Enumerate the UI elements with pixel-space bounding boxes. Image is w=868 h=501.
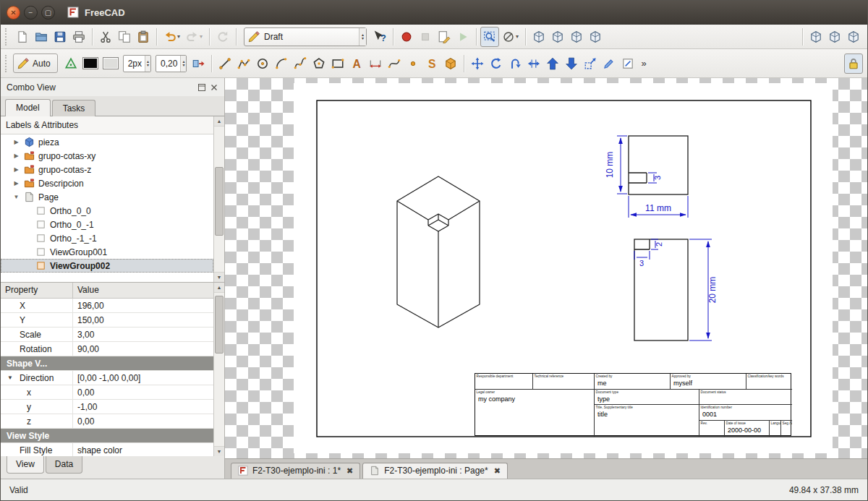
tree-item-pieza[interactable]: ▶pieza <box>1 135 213 149</box>
draft-upgrade-button[interactable] <box>543 53 562 74</box>
title-bar[interactable]: ✕ − ▢ FreeCAD <box>1 1 867 25</box>
draft-offset-button[interactable] <box>506 53 524 74</box>
view-top-button[interactable] <box>567 27 586 47</box>
line-color-swatch[interactable] <box>82 57 98 69</box>
tree-item-grupo-cotas-z[interactable]: ▶grupo-cotas-z <box>1 163 213 176</box>
font-size-spinner-value[interactable]: 0,20 <box>156 59 180 69</box>
document-tab-1[interactable]: F2-T30-ejemplo-ini : 1*✖ <box>231 463 360 479</box>
tree-item-ViewGroup002[interactable]: ViewGroup002 <box>1 259 213 273</box>
view-bottom-button[interactable] <box>825 27 844 47</box>
tab-view[interactable]: View <box>7 456 44 474</box>
draft-downgrade-button[interactable] <box>562 53 581 74</box>
font-size-spinner[interactable]: 0,20▴▾ <box>156 55 187 72</box>
draft-shape2dview-button[interactable] <box>618 53 637 74</box>
scroll-down-icon[interactable]: ▼ <box>214 272 224 282</box>
tree-item-Ortho_0_0[interactable]: Ortho_0_0 <box>1 204 213 218</box>
close-button[interactable]: ✕ <box>7 6 20 20</box>
property-value[interactable]: 3,00 <box>73 327 213 341</box>
expander-icon[interactable]: ▼ <box>12 194 20 200</box>
draft-shapestring-button[interactable]: S <box>422 53 441 74</box>
scroll-down-icon[interactable]: ▼ <box>214 446 224 456</box>
document-tab-2[interactable]: F2-T30-ejemplo-ini : Page*✖ <box>362 463 508 479</box>
save-document-button[interactable] <box>51 27 69 47</box>
minimize-button[interactable]: − <box>24 6 38 20</box>
tree-item-grupo-cotas-xy[interactable]: ▶grupo-cotas-xy <box>1 149 213 163</box>
property-value[interactable]: shape color <box>73 443 213 456</box>
toolbar-overflow[interactable]: » <box>637 58 650 69</box>
toggle-continue-mode-button[interactable] <box>844 53 863 74</box>
tab-data[interactable]: Data <box>46 456 82 474</box>
expander-icon[interactable]: ▶ <box>12 153 20 159</box>
draft-rotate-button[interactable] <box>487 53 506 74</box>
undo-button[interactable]: ▾ <box>161 27 183 47</box>
whats-this-button[interactable]: ? <box>370 27 389 47</box>
tree-item-Page[interactable]: ▼Page <box>1 190 213 204</box>
line-width-spinner[interactable]: 2px▴▾ <box>123 55 151 72</box>
tree-item-ViewGroup001[interactable]: ViewGroup001 <box>1 245 213 259</box>
draft-facebinder-button[interactable] <box>441 53 460 74</box>
draft-move-button[interactable] <box>468 53 487 74</box>
draft-dimension-button[interactable] <box>366 53 385 74</box>
tree-item-Ortho_-1_-1[interactable]: Ortho_-1_-1 <box>1 231 213 245</box>
tab-tasks[interactable]: Tasks <box>52 100 96 116</box>
copy-button[interactable] <box>115 27 134 47</box>
property-value[interactable]: -1,00 <box>73 400 213 414</box>
zoom-box-selection-button[interactable] <box>480 27 499 47</box>
toolbar-handle[interactable] <box>5 28 9 46</box>
print-button[interactable] <box>69 27 88 47</box>
cut-button[interactable] <box>96 27 115 47</box>
expander-icon[interactable]: ▼ <box>7 374 13 381</box>
construction-mode-button[interactable] <box>61 53 80 74</box>
property-value[interactable]: 196,00 <box>73 299 213 312</box>
tree-item-Descripcion[interactable]: ▶Descripcion <box>1 176 213 190</box>
view-rear-button[interactable] <box>807 27 825 47</box>
maximize-button[interactable]: ▢ <box>41 6 55 20</box>
property-value[interactable]: 0,00 <box>73 385 213 399</box>
draft-wire-button[interactable] <box>234 53 253 74</box>
drawing-viewport[interactable]: 10 mm 3 11 mm 2 3 <box>225 78 867 458</box>
draft-trimex-button[interactable] <box>524 53 543 74</box>
macro-edit-button[interactable] <box>435 27 454 47</box>
expander-icon[interactable]: ▶ <box>12 166 20 173</box>
tree-item-Ortho_0_-1[interactable]: Ortho_0_-1 <box>1 218 213 231</box>
draft-circle-button[interactable] <box>253 53 272 74</box>
workbench-selector[interactable]: Draft▴▾ <box>244 27 367 46</box>
scrollbar-thumb[interactable] <box>215 296 224 354</box>
property-value[interactable]: 90,00 <box>73 342 213 356</box>
draft-bspline-button[interactable] <box>291 53 310 74</box>
draft-rectangle-button[interactable] <box>328 53 347 74</box>
property-value[interactable]: [0,00 -1,00 0,00] <box>73 371 213 385</box>
open-document-button[interactable] <box>32 27 51 47</box>
close-panel-icon[interactable] <box>210 83 218 92</box>
line-width-spinner-arrows-icon[interactable]: ▴▾ <box>145 56 150 72</box>
new-document-button[interactable] <box>13 27 32 47</box>
undo-dropdown-icon[interactable]: ▾ <box>177 33 180 40</box>
scrollbar-thumb[interactable] <box>215 167 224 236</box>
view-axonometric-button[interactable] <box>529 27 548 47</box>
draft-point-button[interactable] <box>404 53 422 74</box>
draft-text-button[interactable]: A <box>347 53 366 74</box>
draft-edit-button[interactable] <box>600 53 618 74</box>
apply-style-button[interactable] <box>189 53 208 74</box>
expander-icon[interactable]: ▶ <box>12 139 20 145</box>
font-size-spinner-arrows-icon[interactable]: ▴▾ <box>180 56 186 72</box>
tree-scrollbar[interactable]: ▲ ▼ <box>213 116 224 282</box>
expander-icon[interactable]: ▶ <box>12 180 20 187</box>
draft-bezier-button[interactable] <box>385 53 404 74</box>
draft-polygon-button[interactable] <box>310 53 328 74</box>
close-document-icon[interactable]: ✖ <box>346 466 353 476</box>
float-panel-icon[interactable] <box>197 83 206 92</box>
redo-dropdown-icon[interactable]: ▾ <box>200 33 203 40</box>
view-front-button[interactable] <box>548 27 567 47</box>
scroll-up-icon[interactable]: ▲ <box>214 116 224 127</box>
properties-scrollbar[interactable]: ▲ ▼ <box>213 283 224 456</box>
macro-record-button[interactable] <box>397 27 416 47</box>
line-width-spinner-value[interactable]: 2px <box>124 59 145 69</box>
scroll-up-icon[interactable]: ▲ <box>214 283 224 293</box>
property-value[interactable]: 0,00 <box>73 414 213 428</box>
close-document-icon[interactable]: ✖ <box>494 466 501 476</box>
draft-arc-button[interactable] <box>272 53 291 74</box>
draw-style-dropdown-icon[interactable]: ▾ <box>516 33 519 40</box>
tab-model[interactable]: Model <box>5 99 51 116</box>
draft-scale-button[interactable] <box>581 53 600 74</box>
